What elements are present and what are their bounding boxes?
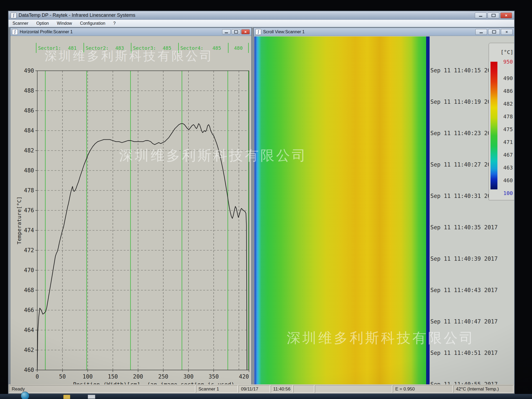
profile-window: ∫ Horizontal Profile:Scanner 1 × Sector1… — [10, 27, 252, 386]
scan-timestamp: Sep 11 11:40:43 2017 — [430, 287, 498, 293]
legend-tick-value: 478 — [503, 113, 513, 120]
profile-minimize-button[interactable] — [222, 29, 231, 34]
svg-text:100: 100 — [83, 373, 93, 380]
profile-window-icon: ∫ — [12, 29, 18, 35]
svg-text:486: 486 — [24, 107, 34, 114]
svg-text:474: 474 — [24, 227, 34, 234]
status-cell-5 — [315, 385, 392, 393]
scan-timestamp: Sep 11 11:40:15 2017 — [430, 67, 498, 74]
mdi-client: ∫ Horizontal Profile:Scanner 1 × Sector1… — [9, 27, 514, 384]
svg-text:466: 466 — [24, 307, 34, 313]
menu-item-[interactable]: ? — [109, 20, 120, 27]
scroll-minimize-button[interactable] — [475, 29, 487, 35]
legend-tick-value: 482 — [503, 101, 513, 107]
scroll-view-window: ∫ Scroll View:Scanner 1 × Sep 11 11:40:1… — [253, 27, 515, 386]
svg-text:350: 350 — [209, 373, 219, 380]
svg-text:468: 468 — [24, 287, 34, 293]
scan-timestamp: Sep 11 11:40:19 2017 — [430, 99, 498, 105]
legend-tick-value: 471 — [503, 139, 513, 145]
svg-text:462: 462 — [24, 347, 34, 353]
svg-text:490: 490 — [24, 68, 34, 74]
status-cell-2: 09/11/17 — [239, 385, 270, 393]
status-cell-1: Scanner 1 — [196, 385, 238, 393]
app-window: ∫ DataTemp DP - Raytek - Infrared Linesc… — [8, 11, 515, 394]
menu-bar: ScannerOptionWindowConfiguration? — [9, 20, 514, 27]
monitor-screen: ∫ DataTemp DP - Raytek - Infrared Linesc… — [0, 0, 532, 399]
svg-text:470: 470 — [24, 267, 34, 273]
scan-timestamp: Sep 11 11:40:47 2017 — [430, 318, 498, 325]
scroll-window-icon: ∫ — [255, 29, 261, 35]
status-cell-6: E = 0.950 — [393, 385, 453, 393]
menu-item-window[interactable]: Window — [53, 20, 76, 27]
status-cell-0: Ready — [9, 385, 195, 393]
legend-max-value: 950 — [503, 59, 513, 65]
svg-text:484: 484 — [24, 127, 34, 134]
legend-tick-value: 463 — [503, 164, 513, 171]
status-cell-4 — [293, 385, 314, 393]
legend-color-bar — [491, 62, 497, 189]
svg-text:480: 480 — [24, 167, 34, 174]
scroll-close-button[interactable]: × — [501, 29, 513, 35]
menu-item-scanner[interactable]: Scanner — [9, 20, 32, 27]
taskbar-app-icon[interactable] — [88, 395, 95, 399]
svg-text:200: 200 — [133, 373, 143, 380]
svg-text:472: 472 — [24, 247, 34, 253]
profile-close-button[interactable]: × — [241, 29, 250, 34]
profile-window-controls: × — [222, 29, 250, 34]
temperature-legend: [°C] 950 100 490486482478475471467463460 — [489, 43, 514, 200]
thermal-edge-stripe — [426, 36, 430, 385]
svg-text:464: 464 — [24, 327, 34, 333]
profile-title: Horizontal Profile:Scanner 1 — [20, 30, 73, 34]
svg-text:420: 420 — [239, 373, 249, 380]
start-button[interactable] — [21, 392, 29, 399]
app-icon: ∫ — [11, 13, 16, 18]
app-window-controls: × — [475, 13, 512, 18]
app-titlebar[interactable]: ∫ DataTemp DP - Raytek - Infrared Linesc… — [9, 11, 514, 20]
svg-text:488: 488 — [24, 88, 34, 94]
scroll-restore-button[interactable] — [488, 29, 500, 35]
scan-timestamp: Sep 11 11:40:27 2017 — [430, 161, 498, 168]
svg-text:478: 478 — [24, 187, 34, 194]
restore-button[interactable] — [488, 13, 499, 18]
svg-text:Temperature[°C]: Temperature[°C] — [16, 196, 22, 244]
svg-text:460: 460 — [24, 367, 34, 373]
svg-text:250: 250 — [158, 373, 168, 380]
scan-timestamp: Sep 11 11:40:31 2017 — [430, 193, 498, 199]
thermal-scan-image — [254, 36, 426, 385]
legend-tick-value: 486 — [503, 88, 513, 94]
scroll-window-controls: × — [475, 29, 513, 35]
svg-text:150: 150 — [108, 373, 118, 380]
app-title: DataTemp DP - Raytek - Infrared Linescan… — [19, 13, 135, 18]
scan-timestamp: Sep 11 11:40:39 2017 — [430, 256, 498, 262]
scan-timestamp: Sep 11 11:40:23 2017 — [430, 130, 498, 136]
svg-text:50: 50 — [59, 373, 66, 380]
legend-tick-value: 467 — [503, 152, 513, 158]
status-bar: ReadyScanner 109/11/1711:40:56E = 0.9504… — [9, 384, 514, 393]
status-cell-7: 42°C (Internal Temp.) — [454, 385, 513, 393]
legend-tick-value: 490 — [503, 75, 513, 81]
scroll-titlebar[interactable]: ∫ Scroll View:Scanner 1 × — [254, 28, 514, 36]
scan-timestamp: Sep 11 11:40:35 2017 — [430, 224, 498, 231]
minimize-button[interactable] — [475, 13, 487, 18]
close-button[interactable]: × — [500, 13, 512, 18]
scan-timestamp: Sep 11 11:40:51 2017 — [430, 350, 498, 356]
legend-tick-value: 475 — [503, 126, 513, 132]
temperature-profile-chart: 4904884864844824804784764744724704684664… — [10, 36, 251, 385]
profile-chart-area: Sector1:481Sector2:483Sector3:485Sector4… — [10, 36, 251, 385]
menu-item-option[interactable]: Option — [32, 20, 53, 27]
svg-text:300: 300 — [184, 373, 194, 380]
windows-taskbar — [0, 394, 532, 399]
status-cell-3: 11:40:56 — [271, 385, 293, 393]
legend-unit-label: [°C] — [501, 49, 513, 55]
svg-text:0: 0 — [36, 373, 39, 380]
scroll-title: Scroll View:Scanner 1 — [263, 30, 305, 34]
profile-titlebar[interactable]: ∫ Horizontal Profile:Scanner 1 × — [10, 28, 251, 36]
svg-text:476: 476 — [24, 207, 34, 214]
menu-item-configuration[interactable]: Configuration — [76, 20, 109, 27]
legend-min-value: 100 — [503, 190, 513, 196]
svg-text:482: 482 — [24, 147, 34, 154]
legend-tick-value: 460 — [503, 177, 513, 184]
scroll-view-area: Sep 11 11:40:15 2017Sep 11 11:40:19 2017… — [254, 36, 514, 385]
profile-maximize-button[interactable] — [232, 29, 240, 34]
taskbar-folder-icon[interactable] — [63, 395, 70, 399]
